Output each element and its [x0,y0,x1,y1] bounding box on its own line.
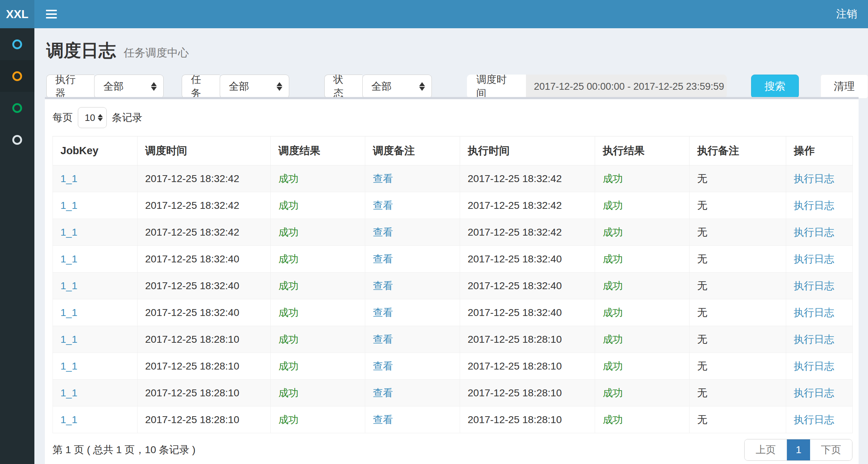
trigger-time-cell: 2017-12-25 18:28:10 [138,353,271,380]
trigger-time-cell: 2017-12-25 18:32:42 [138,165,271,192]
jobkey-link[interactable]: 1_1 [53,299,138,326]
exec-log-link[interactable]: 执行日志 [786,406,853,433]
trigger-msg-link[interactable]: 查看 [365,273,460,299]
job-filter-select[interactable]: 全部 [220,75,289,98]
jobkey-link[interactable]: 1_1 [53,406,138,433]
trigger-result-cell: 成功 [271,406,365,433]
handle-msg-cell: 无 [690,165,786,192]
exec-log-link[interactable]: 执行日志 [786,219,853,246]
status-filter-select[interactable]: 全部 [362,75,432,98]
log-table-header: JobKey调度时间调度结果调度备注执行时间执行结果执行备注操作 [53,136,853,165]
trigger-time-cell: 2017-12-25 18:32:40 [138,273,271,299]
handle-msg-cell: 无 [690,273,786,299]
handle-msg-cell: 无 [690,192,786,219]
trigger-time-range-input[interactable]: 2017-12-25 00:00:00 - 2017-12-25 23:59:5… [526,75,727,98]
current-page-button[interactable]: 1 [787,439,810,460]
search-button[interactable]: 搜索 [751,75,799,98]
executor-filter-group: 执行器 全部 [46,75,164,98]
handle-time-cell: 2017-12-25 18:28:10 [460,326,595,353]
column-header: 执行备注 [690,136,786,165]
handle-result-cell: 成功 [595,326,690,353]
handle-time-cell: 2017-12-25 18:32:42 [460,165,595,192]
main-content: 调度日志 任务调度中心 执行器 全部 任务 全部 状态 全部 调度 [34,28,868,464]
table-row: 1_12017-12-25 18:28:10成功查看2017-12-25 18:… [53,380,853,406]
logout-link[interactable]: 注销 [825,0,868,28]
trigger-result-cell: 成功 [271,246,365,273]
jobkey-link[interactable]: 1_1 [53,246,138,273]
trigger-time-cell: 2017-12-25 18:28:10 [138,406,271,433]
table-row: 1_12017-12-25 18:28:10成功查看2017-12-25 18:… [53,406,853,433]
trigger-time-cell: 2017-12-25 18:28:10 [138,326,271,353]
column-header: 调度备注 [365,136,460,165]
sidebar-menu [0,28,34,464]
exec-log-link[interactable]: 执行日志 [786,246,853,273]
handle-msg-cell: 无 [690,353,786,380]
sidebar-item-1[interactable] [0,28,34,60]
page-length-select[interactable]: 10 [78,107,107,128]
circle-o-icon [12,103,22,113]
page-subtitle: 任务调度中心 [124,47,189,59]
exec-log-link[interactable]: 执行日志 [786,353,853,380]
select-arrows-icon [151,82,157,91]
handle-time-cell: 2017-12-25 18:28:10 [460,380,595,406]
jobkey-link[interactable]: 1_1 [53,219,138,246]
clear-button[interactable]: 清理 [821,75,868,98]
sidebar-toggle-icon[interactable] [41,0,62,28]
handle-msg-cell: 无 [690,299,786,326]
handle-time-cell: 2017-12-25 18:32:42 [460,219,595,246]
sidebar-item-3[interactable] [0,92,34,124]
table-row: 1_12017-12-25 18:32:40成功查看2017-12-25 18:… [53,273,853,299]
trigger-msg-link[interactable]: 查看 [365,326,460,353]
column-header: 执行结果 [595,136,690,165]
table-row: 1_12017-12-25 18:28:10成功查看2017-12-25 18:… [53,326,853,353]
exec-log-link[interactable]: 执行日志 [786,326,853,353]
trigger-msg-link[interactable]: 查看 [365,246,460,273]
trigger-msg-link[interactable]: 查看 [365,165,460,192]
handle-result-cell: 成功 [595,380,690,406]
column-header: JobKey [53,136,138,165]
jobkey-link[interactable]: 1_1 [53,192,138,219]
sidebar-item-2[interactable] [0,60,34,92]
trigger-msg-link[interactable]: 查看 [365,406,460,433]
column-header: 调度结果 [271,136,365,165]
jobkey-link[interactable]: 1_1 [53,353,138,380]
sidebar-item-4[interactable] [0,124,34,156]
exec-log-link[interactable]: 执行日志 [786,273,853,299]
select-arrows-icon [277,82,282,91]
exec-log-link[interactable]: 执行日志 [786,165,853,192]
page-length-suffix: 条记录 [112,111,142,125]
trigger-msg-link[interactable]: 查看 [365,353,460,380]
page-length-control: 每页 10 条记录 [52,107,851,128]
executor-filter-label: 执行器 [46,75,94,98]
jobkey-link[interactable]: 1_1 [53,165,138,192]
column-header: 操作 [786,136,853,165]
status-filter-label: 状态 [324,75,362,98]
pagination-info: 第 1 页 ( 总共 1 页，10 条记录 ) [52,443,195,457]
trigger-msg-link[interactable]: 查看 [365,380,460,406]
next-page-button[interactable]: 下页 [810,439,852,460]
app-logo[interactable]: XXL [0,0,34,28]
table-row: 1_12017-12-25 18:32:40成功查看2017-12-25 18:… [53,299,853,326]
jobkey-link[interactable]: 1_1 [53,326,138,353]
select-arrows-icon [419,82,425,91]
table-row: 1_12017-12-25 18:32:42成功查看2017-12-25 18:… [53,192,853,219]
circle-o-icon [12,71,22,81]
exec-log-link[interactable]: 执行日志 [786,299,853,326]
trigger-msg-link[interactable]: 查看 [365,299,460,326]
pagination: 上页 1 下页 [744,439,852,461]
exec-log-link[interactable]: 执行日志 [786,380,853,406]
handle-msg-cell: 无 [690,406,786,433]
exec-log-link[interactable]: 执行日志 [786,192,853,219]
column-header: 调度时间 [138,136,271,165]
jobkey-link[interactable]: 1_1 [53,380,138,406]
handle-time-cell: 2017-12-25 18:28:10 [460,353,595,380]
jobkey-link[interactable]: 1_1 [53,273,138,299]
trigger-msg-link[interactable]: 查看 [365,219,460,246]
trigger-time-cell: 2017-12-25 18:32:42 [138,219,271,246]
page-title: 调度日志 [46,41,116,60]
executor-filter-select[interactable]: 全部 [94,75,164,98]
prev-page-button[interactable]: 上页 [745,439,787,460]
trigger-result-cell: 成功 [271,219,365,246]
trigger-msg-link[interactable]: 查看 [365,192,460,219]
table-row: 1_12017-12-25 18:32:42成功查看2017-12-25 18:… [53,219,853,246]
